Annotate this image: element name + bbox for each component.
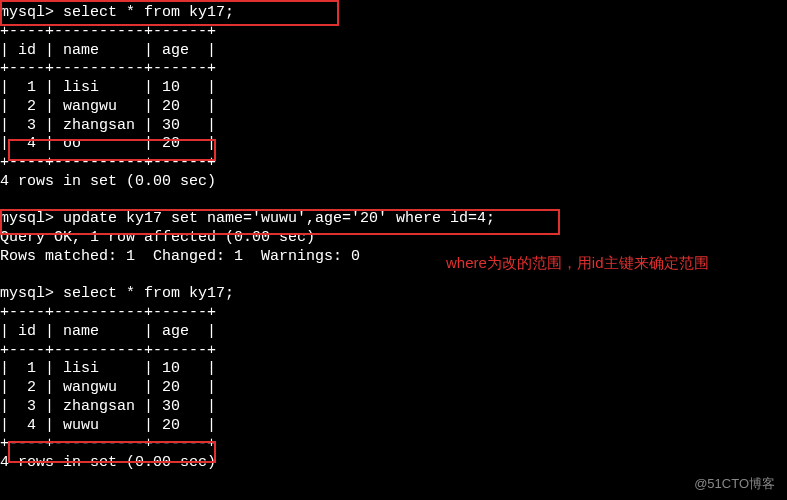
sql-select-1: select * from ky17;: [63, 4, 234, 21]
watermark: @51CTO博客: [694, 476, 775, 492]
result1: 4 rows in set (0.00 sec): [0, 173, 787, 192]
cmd-line-1: mysql> select * from ky17;: [0, 4, 787, 23]
table1-row-1: | 2 | wangwu | 20 |: [0, 98, 787, 117]
table2-sep-bot: +----+----------+------+: [0, 435, 787, 454]
mysql-prompt: mysql>: [0, 210, 54, 227]
mysql-prompt: mysql>: [0, 4, 54, 21]
table1-sep-bot: +----+----------+------+: [0, 154, 787, 173]
result2a: Query OK, 1 row affected (0.00 sec): [0, 229, 787, 248]
table2-row-3: | 4 | wuwu | 20 |: [0, 417, 787, 436]
table2-row-2: | 3 | zhangsan | 30 |: [0, 398, 787, 417]
table1-sep-top: +----+----------+------+: [0, 23, 787, 42]
sql-update: update ky17 set name='wuwu',age='20' whe…: [63, 210, 495, 227]
cmd-line-3: mysql> select * from ky17;: [0, 285, 787, 304]
table1-sep-mid: +----+----------+------+: [0, 60, 787, 79]
blank1: [0, 192, 787, 211]
table2-sep-mid: +----+----------+------+: [0, 342, 787, 361]
table2-row-0: | 1 | lisi | 10 |: [0, 360, 787, 379]
sql-select-2: select * from ky17;: [63, 285, 234, 302]
table2-header: | id | name | age |: [0, 323, 787, 342]
table1-header: | id | name | age |: [0, 42, 787, 61]
table1-row-2: | 3 | zhangsan | 30 |: [0, 117, 787, 136]
table2-sep-top: +----+----------+------+: [0, 304, 787, 323]
table1-row-3: | 4 | oo | 20 |: [0, 135, 787, 154]
table1-row-0: | 1 | lisi | 10 |: [0, 79, 787, 98]
annotation-where: where为改的范围，用id主键来确定范围: [446, 254, 709, 273]
cmd-line-2: mysql> update ky17 set name='wuwu',age='…: [0, 210, 787, 229]
mysql-prompt: mysql>: [0, 285, 54, 302]
result3: 4 rows in set (0.00 sec): [0, 454, 787, 473]
table2-row-1: | 2 | wangwu | 20 |: [0, 379, 787, 398]
